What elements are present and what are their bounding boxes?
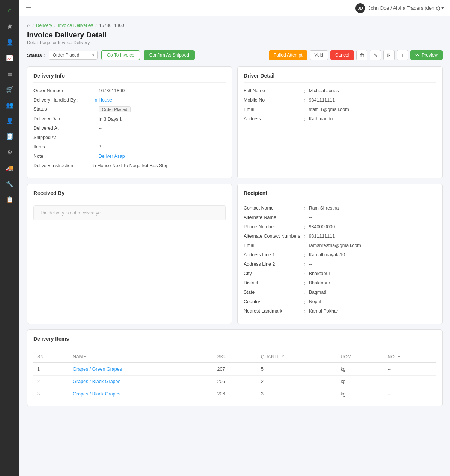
avatar: JD — [356, 3, 365, 13]
cell-uom: kg — [337, 376, 384, 388]
received-by-title: Received By — [33, 190, 226, 200]
status-select-wrapper[interactable]: Order Placed — [49, 51, 98, 60]
breadcrumb-delivery[interactable]: Delivery — [36, 23, 52, 28]
received-by-card: Received By The delivery is not received… — [27, 184, 232, 324]
void-button[interactable]: Void — [310, 50, 328, 60]
status-select[interactable]: Order Placed — [49, 51, 98, 60]
info-row-address: Address : Kathmandu — [244, 116, 436, 122]
download-button[interactable]: ↓ — [397, 50, 408, 60]
sidebar-icon-tools[interactable]: 🔧 — [3, 177, 16, 190]
eye-icon: 👁 — [415, 52, 420, 58]
cell-uom: kg — [337, 363, 384, 376]
info-row-shipped-at: Shipped At : -- — [33, 135, 226, 141]
col-note: Note — [384, 351, 436, 363]
status-badge: Order Placed — [99, 106, 131, 112]
info-row-items: Items : 3 — [33, 144, 226, 150]
info-row-status: Status : Order Placed — [33, 106, 226, 112]
received-placeholder: The delivery is not received yet. — [33, 205, 226, 220]
info-row-alt-contact: Alternate Contact Numbers : 9811111111 — [244, 234, 436, 239]
info-row-state: State : Bagmati — [244, 290, 436, 295]
cell-uom: kg — [337, 388, 384, 400]
sidebar-icon-reports[interactable]: 📋 — [3, 193, 16, 206]
col-quantity: Quantity — [257, 351, 337, 363]
cell-quantity: 2 — [257, 376, 337, 388]
go-to-invoice-button[interactable]: Go To Invoice — [101, 50, 140, 60]
table-row: 2 Grapes / Black Grapes 206 2 kg -- — [33, 376, 436, 388]
info-row-full-name: Full Name : Micheal Jones — [244, 88, 436, 94]
cell-sn: 1 — [33, 363, 69, 376]
confirm-as-shipped-button[interactable]: Confirm As Shipped — [144, 50, 195, 60]
cell-name: Grapes / Black Grapes — [69, 388, 213, 400]
sidebar-icon-list[interactable]: ▤ — [3, 67, 16, 80]
delivery-info-card: Delivery Info Order Number : 1678611860 … — [27, 66, 232, 178]
sidebar-icon-contacts[interactable]: 👤 — [3, 114, 16, 127]
info-row-alt-name: Alternate Name : -- — [244, 215, 436, 220]
action-buttons: Failed Attempt Void Cancel 🗑 ✎ ⎘ ↓ 👁 Pre… — [269, 50, 442, 60]
info-row-mobile: Mobile No : 9841111111 — [244, 97, 436, 103]
info-row-address-line2: Address Line 2 : -- — [244, 262, 436, 267]
delete-button[interactable]: 🗑 — [356, 50, 368, 60]
cell-note: -- — [384, 388, 436, 400]
cell-sku: 206 — [213, 376, 257, 388]
info-row-phone: Phone Number : 9840000000 — [244, 224, 436, 230]
driver-detail-title: Driver Detail — [244, 73, 436, 83]
sidebar-icon-invoice[interactable]: 🧾 — [3, 130, 16, 143]
sidebar-icon-dashboard[interactable]: ◉ — [3, 19, 16, 33]
col-name: Name — [69, 351, 213, 363]
cell-note: -- — [384, 363, 436, 376]
user-info[interactable]: John Doe / Alpha Traders (demo) ▾ — [368, 5, 444, 11]
info-row-delivered-at: Delivered At : -- — [33, 126, 226, 131]
page-title: Invoice Delivery Detail — [27, 31, 442, 39]
preview-button[interactable]: 👁 Preview — [410, 50, 442, 60]
col-sn: Sn — [33, 351, 69, 363]
sidebar-icon-people[interactable]: 👥 — [3, 98, 16, 112]
topbar: ☰ JD John Doe / Alpha Traders (demo) ▾ — [20, 0, 450, 16]
page-area: ⌂ / Delivery / Invoice Deliveries / 1678… — [20, 16, 450, 476]
cell-quantity: 3 — [257, 388, 337, 400]
recipient-title: Recipient — [244, 190, 436, 200]
delivery-items-table: Sn Name SKU Quantity UOM Note 1 Grapes /… — [33, 351, 436, 400]
sidebar-icon-home[interactable]: ⌂ — [3, 4, 16, 17]
hamburger-menu[interactable]: ☰ — [26, 4, 32, 12]
received-recipient-grid: Received By The delivery is not received… — [27, 184, 442, 324]
info-row-delivery-date: Delivery Date : In 3 Days ℹ — [33, 116, 226, 122]
info-row-recipient-email: Email : ramshrestha@gmail.com — [244, 243, 436, 248]
cell-sku: 207 — [213, 363, 257, 376]
breadcrumb-id: 1678611860 — [99, 23, 124, 28]
edit-button[interactable]: ✎ — [370, 50, 381, 60]
cell-sn: 2 — [33, 376, 69, 388]
table-row: 1 Grapes / Green Grapes 207 5 kg -- — [33, 363, 436, 376]
info-row-country: Country : Nepal — [244, 299, 436, 305]
page-subtitle: Detail Page for Invoice Delivery — [27, 40, 442, 45]
breadcrumb: ⌂ / Delivery / Invoice Deliveries / 1678… — [27, 22, 442, 28]
driver-detail-card: Driver Detail Full Name : Micheal Jones … — [237, 66, 442, 178]
sidebar-icon-settings[interactable]: ⚙ — [3, 145, 16, 159]
info-row-district: District : Bhaktapur — [244, 280, 436, 286]
col-uom: UOM — [337, 351, 384, 363]
sidebar-icon-truck[interactable]: 🚚 — [3, 161, 16, 175]
col-sku: SKU — [213, 351, 257, 363]
table-row: 3 Grapes / Black Grapes 206 3 kg -- — [33, 388, 436, 400]
delivery-items-card: Delivery Items Sn Name SKU Quantity UOM … — [27, 329, 442, 406]
sidebar: ⌂ ◉ 👤 📈 ▤ 🛒 👥 👤 🧾 ⚙ 🚚 🔧 📋 — [0, 0, 20, 476]
info-row-order-number: Order Number : 1678611860 — [33, 88, 226, 94]
preview-label: Preview — [422, 52, 438, 58]
cell-name: Grapes / Green Grapes — [69, 363, 213, 376]
cancel-button[interactable]: Cancel — [330, 50, 354, 60]
recipient-card: Recipient Contact Name : Ram Shrestha Al… — [237, 184, 442, 324]
info-row-instruction: Delivery Instruction : 5 House Next To N… — [33, 163, 226, 168]
breadcrumb-invoice-deliveries[interactable]: Invoice Deliveries — [58, 23, 93, 28]
info-row-note: Note : Deliver Asap — [33, 154, 226, 159]
sidebar-icon-user[interactable]: 👤 — [3, 35, 16, 49]
cell-name: Grapes / Black Grapes — [69, 376, 213, 388]
info-row-landmark: Nearest Landmark : Kamal Pokhari — [244, 308, 436, 314]
sidebar-icon-chart[interactable]: 📈 — [3, 51, 16, 64]
cell-note: -- — [384, 376, 436, 388]
sidebar-icon-cart[interactable]: 🛒 — [3, 82, 16, 96]
home-breadcrumb-icon[interactable]: ⌂ — [27, 22, 30, 28]
failed-attempt-button[interactable]: Failed Attempt — [269, 50, 308, 60]
copy-button[interactable]: ⎘ — [383, 50, 394, 60]
cell-sku: 206 — [213, 388, 257, 400]
info-row-address-line1: Address Line 1 : Kamalbinayak-10 — [244, 252, 436, 258]
status-bar: Status : Order Placed Go To Invoice Conf… — [27, 50, 442, 60]
